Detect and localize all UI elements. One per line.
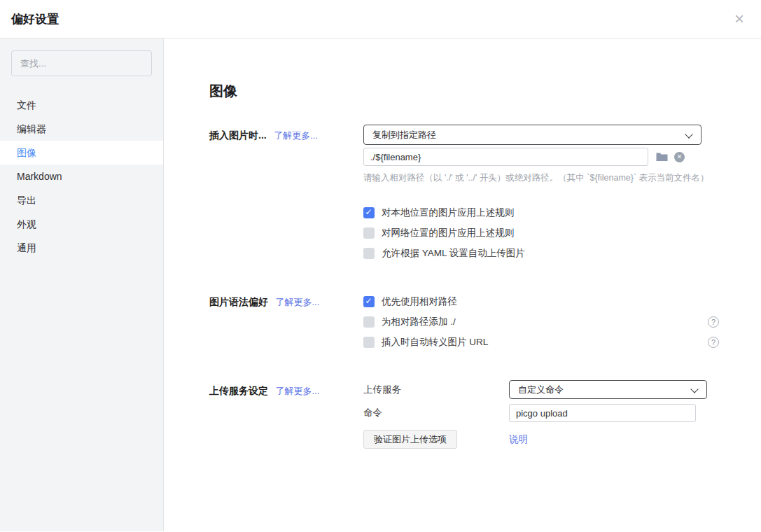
checkbox[interactable] xyxy=(363,296,375,307)
sidebar-item-appearance[interactable]: 外观 xyxy=(0,212,163,236)
insert-image-section: 插入图片时... 了解更多... 复制到指定路径 ✕ 请输 xyxy=(209,125,761,263)
validate-button-cell: 验证图片上传选项 xyxy=(363,430,509,449)
sidebar-item-file[interactable]: 文件 xyxy=(0,93,163,117)
preferences-body: 文件 编辑器 图像 Markdown 导出 外观 通用 图像 插入图片时... … xyxy=(0,38,761,531)
clear-path-icon[interactable]: ✕ xyxy=(674,152,685,162)
sidebar-item-editor[interactable]: 编辑器 xyxy=(0,117,163,141)
checkbox-label: 插入时自动转义图片 URL xyxy=(382,336,488,349)
help-icon[interactable]: ? xyxy=(708,337,719,348)
command-row: 命令 xyxy=(363,404,719,422)
close-icon[interactable]: × xyxy=(734,10,744,27)
checkbox-label: 对网络位置的图片应用上述规则 xyxy=(382,227,514,239)
help-icon[interactable]: ? xyxy=(708,316,719,328)
insert-section-controls: 复制到指定路径 ✕ 请输入相对路径（以 './' 或 '../' 开头）或绝对路… xyxy=(363,125,719,263)
checkbox[interactable] xyxy=(363,227,375,239)
checkbox[interactable] xyxy=(363,316,375,328)
upload-section-label: 上传服务设定 xyxy=(209,385,268,396)
sidebar-search xyxy=(11,50,152,76)
checkbox-row-prefer-relative[interactable]: 优先使用相对路径 xyxy=(363,291,719,312)
command-input[interactable] xyxy=(509,404,696,422)
upload-service-select[interactable]: 自定义命令 xyxy=(509,380,707,399)
checkbox-label: 为相对路径添加 ./ xyxy=(382,316,456,328)
upload-section-controls: 上传服务 自定义命令 命令 验证图片上传选项 说明 xyxy=(363,380,719,449)
checkbox[interactable] xyxy=(363,207,375,218)
insert-section-label: 插入图片时... xyxy=(209,130,267,141)
insert-learn-more-link[interactable]: 了解更多... xyxy=(274,130,318,141)
validate-row: 验证图片上传选项 说明 xyxy=(363,430,719,449)
insert-section-head: 插入图片时... 了解更多... xyxy=(209,125,363,263)
upload-learn-more-link[interactable]: 了解更多... xyxy=(275,386,319,396)
search-input[interactable] xyxy=(11,50,152,76)
checkbox-label: 允许根据 YAML 设置自动上传图片 xyxy=(382,247,525,260)
sidebar-item-export[interactable]: 导出 xyxy=(0,188,163,212)
upload-service-section: 上传服务设定 了解更多... 上传服务 自定义命令 命令 验证图 xyxy=(209,380,761,449)
sidebar: 文件 编辑器 图像 Markdown 导出 外观 通用 xyxy=(0,38,164,531)
chevron-down-icon xyxy=(690,385,698,393)
sidebar-item-image[interactable]: 图像 xyxy=(0,141,163,164)
path-hint: 请输入相对路径（以 './' 或 '../' 开头）或绝对路径。（其中 `${f… xyxy=(363,172,719,184)
upload-service-row: 上传服务 自定义命令 xyxy=(363,380,719,399)
upload-help-link[interactable]: 说明 xyxy=(509,433,528,446)
window-title: 偏好设置 xyxy=(11,11,59,27)
sidebar-item-markdown[interactable]: Markdown xyxy=(0,164,163,188)
checkbox-row-escape-url[interactable]: 插入时自动转义图片 URL ? xyxy=(363,332,719,352)
image-syntax-section: 图片语法偏好 了解更多... 优先使用相对路径 为相对路径添加 ./ ? 插入时… xyxy=(209,291,761,352)
copy-path-input[interactable] xyxy=(363,148,648,166)
syntax-section-label: 图片语法偏好 xyxy=(209,296,268,307)
upload-section-head: 上传服务设定 了解更多... xyxy=(209,380,363,449)
syntax-learn-more-link[interactable]: 了解更多... xyxy=(275,297,319,307)
main-panel: 图像 插入图片时... 了解更多... 复制到指定路径 xyxy=(164,38,761,531)
sidebar-item-general[interactable]: 通用 xyxy=(0,236,163,260)
checkbox-row-web-images[interactable]: 对网络位置的图片应用上述规则 xyxy=(363,223,719,243)
insert-action-select[interactable]: 复制到指定路径 xyxy=(363,125,701,145)
syntax-section-head: 图片语法偏好 了解更多... xyxy=(209,291,363,352)
preferences-header: 偏好设置 × xyxy=(0,0,761,38)
upload-service-label: 上传服务 xyxy=(363,384,509,396)
insert-action-select-value: 复制到指定路径 xyxy=(372,129,436,141)
path-row: ✕ xyxy=(363,148,719,166)
insert-checkbox-group: 对本地位置的图片应用上述规则 对网络位置的图片应用上述规则 允许根据 YAML … xyxy=(363,202,719,263)
checkbox-label: 对本地位置的图片应用上述规则 xyxy=(382,206,514,219)
checkbox-row-local-images[interactable]: 对本地位置的图片应用上述规则 xyxy=(363,202,719,223)
checkbox[interactable] xyxy=(363,337,375,348)
checkbox[interactable] xyxy=(363,248,375,259)
chevron-down-icon xyxy=(685,130,692,138)
validate-upload-button[interactable]: 验证图片上传选项 xyxy=(363,430,457,449)
checkbox-label: 优先使用相对路径 xyxy=(382,295,457,308)
syntax-section-controls: 优先使用相对路径 为相对路径添加 ./ ? 插入时自动转义图片 URL ? xyxy=(363,291,719,352)
command-label: 命令 xyxy=(363,407,509,419)
folder-icon[interactable] xyxy=(656,152,668,162)
upload-service-select-value: 自定义命令 xyxy=(518,384,564,396)
page-title: 图像 xyxy=(209,82,761,101)
checkbox-row-add-dot-slash[interactable]: 为相对路径添加 ./ ? xyxy=(363,312,719,332)
checkbox-row-yaml-upload[interactable]: 允许根据 YAML 设置自动上传图片 xyxy=(363,243,719,263)
